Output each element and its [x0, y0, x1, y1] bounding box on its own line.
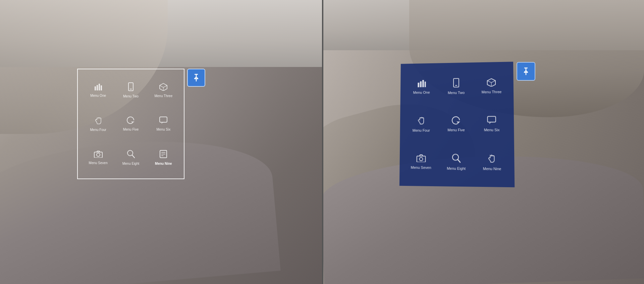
menu-item-seven-right[interactable]: Menu Seven	[405, 144, 437, 180]
svg-marker-34	[457, 122, 460, 123]
box-icon-right	[487, 78, 496, 89]
menu-item-five-left[interactable]: Menu Five	[116, 109, 146, 140]
svg-rect-27	[424, 82, 426, 87]
svg-rect-36	[417, 156, 425, 162]
menu-item-nine-label-right: Menu Nine	[483, 166, 501, 171]
menu-item-eight-left[interactable]: Menu Eight	[116, 142, 146, 173]
menu-item-four-label-left: Menu Four	[90, 128, 106, 132]
svg-point-15	[97, 153, 100, 156]
menu-item-seven-label-right: Menu Seven	[411, 165, 431, 170]
svg-rect-28	[453, 79, 459, 87]
menu-item-six-left[interactable]: Menu Six	[149, 109, 178, 140]
menu-item-three-label-right: Menu Three	[482, 90, 502, 94]
svg-rect-35	[488, 116, 496, 122]
menu-item-eight-right[interactable]: Menu Eight	[440, 144, 473, 180]
chat-icon-left	[159, 116, 168, 126]
menu-item-five-right[interactable]: Menu Five	[440, 106, 472, 142]
menu-item-one-label-left: Menu One	[90, 94, 106, 97]
svg-point-37	[419, 157, 423, 161]
svg-line-39	[458, 159, 460, 162]
svg-line-9	[160, 85, 163, 87]
menu-item-eight-label-left: Menu Eight	[122, 162, 140, 165]
menu-item-nine-left[interactable]: Menu Nine	[149, 142, 178, 173]
menu-item-seven-label-left: Menu Seven	[89, 161, 108, 165]
menu-item-six-label-right: Menu Six	[484, 128, 500, 132]
svg-rect-3	[97, 85, 98, 90]
menu-item-nine-right[interactable]: Menu Nine	[475, 144, 509, 181]
menu-item-three-left[interactable]: Menu Three	[149, 75, 178, 106]
menu-item-four-right[interactable]: Menu Four	[405, 106, 437, 141]
menu-container-left: Menu One Menu Two Menu Three	[77, 69, 184, 179]
menu-item-three-label-left: Menu Three	[154, 94, 172, 98]
menu-item-six-label-left: Menu Six	[156, 128, 170, 131]
svg-marker-12	[131, 122, 135, 123]
svg-rect-25	[420, 81, 422, 87]
left-panel: Menu One Menu Two Menu Three	[0, 0, 322, 284]
refresh-icon-left	[126, 116, 135, 126]
panel-divider	[322, 0, 323, 284]
menu-item-eight-label-right: Menu Eight	[447, 166, 466, 170]
svg-line-17	[132, 155, 135, 158]
bar-chart-icon-left	[94, 83, 102, 92]
menu-item-seven-left[interactable]: Menu Seven	[83, 142, 113, 173]
menu-item-two-label-left: Menu Two	[123, 94, 139, 98]
menu-item-one-label-right: Menu One	[413, 90, 430, 94]
svg-rect-4	[99, 84, 100, 90]
svg-rect-13	[160, 117, 167, 122]
menu-item-nine-label-left: Menu Nine	[155, 162, 172, 165]
svg-rect-24	[418, 83, 419, 87]
menu-container-right: Menu One Menu Two Menu Three	[399, 62, 515, 187]
hand-icon-right	[417, 116, 426, 127]
svg-rect-6	[128, 83, 133, 91]
box-icon-left	[159, 83, 168, 93]
menu-item-two-right[interactable]: Menu Two	[440, 69, 473, 104]
list-icon-left	[159, 150, 167, 160]
phone-icon-right	[453, 78, 460, 90]
search-icon-left	[127, 150, 135, 160]
search-icon-right	[452, 153, 461, 165]
svg-line-32	[491, 81, 495, 83]
pin-button-right[interactable]	[517, 62, 535, 81]
menu-item-four-left[interactable]: Menu Four	[83, 109, 113, 140]
camera-icon-right	[416, 154, 426, 164]
bar-chart-icon-right	[417, 79, 426, 89]
hand2-icon-right	[487, 153, 496, 165]
menu-item-three-right[interactable]: Menu Three	[475, 68, 508, 103]
hand-icon-left	[94, 116, 102, 127]
phone-icon-left	[128, 82, 134, 93]
camera-icon-left	[94, 150, 103, 160]
svg-line-31	[487, 81, 491, 83]
menu-item-five-label-left: Menu Five	[123, 128, 139, 131]
right-panel: Menu One Menu Two Menu Three	[322, 0, 644, 284]
pin-icon-right	[522, 67, 530, 75]
svg-rect-5	[101, 85, 102, 90]
chat-icon-right	[487, 116, 497, 126]
svg-rect-26	[422, 80, 424, 87]
refresh-icon-right	[451, 116, 461, 127]
menu-item-two-label-right: Menu Two	[448, 91, 465, 95]
menu-item-two-left[interactable]: Menu Two	[116, 75, 146, 106]
menu-item-one-left[interactable]: Menu One	[83, 75, 113, 106]
svg-rect-2	[95, 86, 96, 90]
menu-item-five-label-right: Menu Five	[447, 128, 465, 132]
pin-button-left[interactable]	[187, 69, 205, 87]
pin-icon-left	[192, 74, 200, 82]
menu-item-six-right[interactable]: Menu Six	[475, 106, 509, 142]
menu-item-four-label-right: Menu Four	[413, 128, 430, 132]
svg-line-10	[163, 85, 167, 87]
menu-item-one-right[interactable]: Menu One	[406, 70, 437, 104]
